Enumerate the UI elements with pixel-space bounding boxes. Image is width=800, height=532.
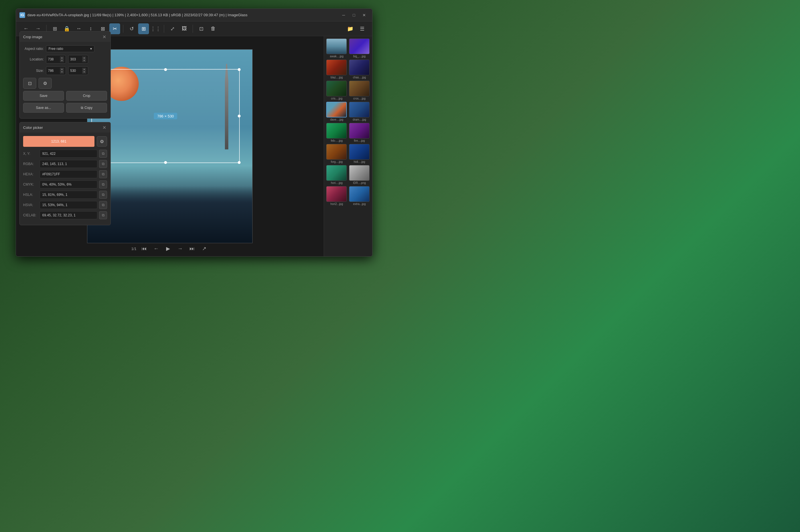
thumb-row-1: awak....jpg big_....jpg <box>326 38 370 58</box>
location-x-up[interactable]: ▲ <box>60 56 64 59</box>
left-panels-container: Crop image ✕ Aspect ratio: Free ratio ▾ … <box>19 31 111 225</box>
crop-image-panel: Crop image ✕ Aspect ratio: Free ratio ▾ … <box>19 31 111 119</box>
thumb-row-4: dave....jpg dram....jpg <box>326 102 370 121</box>
color-picker-close-button[interactable]: ✕ <box>101 125 107 130</box>
copy-cielab-button[interactable]: ⧉ <box>99 211 107 219</box>
select-region-button[interactable]: ⊡ <box>23 78 36 89</box>
copy-rgba-button[interactable]: ⧉ <box>99 160 107 168</box>
menu-button[interactable]: ☰ <box>357 23 368 34</box>
thumbnail-label-dave: dave....jpg <box>326 118 347 121</box>
size-h-up[interactable]: ▲ <box>82 68 86 71</box>
crop-handle-mr[interactable] <box>238 115 241 117</box>
aspect-ratio-select[interactable]: Free ratio ▾ <box>46 45 94 52</box>
color-preview-bar: 1213, 681 <box>23 136 94 147</box>
thumbnail-item-extra[interactable]: extra...jpg <box>349 186 370 206</box>
thumbnail-item-feb[interactable]: feb-....jpg <box>326 123 347 142</box>
save-button[interactable]: Save <box>23 91 64 101</box>
slideshow-button[interactable]: 🖼 <box>179 23 190 34</box>
edit-button[interactable]: ⊡ <box>196 23 207 34</box>
maximize-button[interactable]: □ <box>349 11 359 19</box>
crop-handle-bm[interactable] <box>164 161 167 164</box>
bottom-navigation: 1/1 ⏮ ← ▶ → ⏭ ↗ <box>131 244 208 253</box>
fullscreen-button[interactable]: ⤢ <box>167 23 178 34</box>
first-page-button[interactable]: ⏮ <box>140 244 148 253</box>
thumbnail-label-idr: IDR....png <box>349 181 370 185</box>
save-crop-row: Save Crop <box>23 91 107 101</box>
copy-xy-button[interactable]: ⧉ <box>99 150 107 158</box>
crop-panel-close-button[interactable]: ✕ <box>101 34 107 40</box>
thumbnail-label-forg: forg....jpg <box>326 160 347 163</box>
thumbnail-item-hori[interactable]: hori....jpg <box>326 165 347 185</box>
crop-handle-tm[interactable] <box>164 68 167 71</box>
location-x-input[interactable]: 738 ▲ ▼ <box>46 55 66 63</box>
thumbnail-item-big[interactable]: big_....jpg <box>349 38 370 58</box>
thumbnail-item-hidi[interactable]: hidi....jpg <box>349 144 370 163</box>
thumbnail-item-cros[interactable]: cros....jpg <box>349 81 370 100</box>
titlebar: IG dave-xu-KHVwR0vTA-A-unsplash.jpg | 11… <box>16 9 372 21</box>
page-indicator: 1/1 <box>131 247 137 251</box>
crop-button[interactable]: Crop <box>66 91 107 101</box>
crop-handle-tr[interactable] <box>238 68 241 71</box>
location-y-up[interactable]: ▲ <box>82 56 86 59</box>
thumbnail-item-dave[interactable]: dave....jpg <box>326 102 347 121</box>
thumbnail-item-awak[interactable]: awak....jpg <box>326 38 347 58</box>
thumbnail-item-chas[interactable]: chas....jpg <box>349 60 370 79</box>
crop-panel-header: Crop image ✕ <box>20 32 110 42</box>
copy-crop-button[interactable]: ⧉ Copy <box>66 103 107 113</box>
chevron-down-icon: ▾ <box>90 47 92 51</box>
crop-icon-buttons: ⊡ ⚙ <box>23 78 107 89</box>
copy-hsla-button[interactable]: ⧉ <box>99 191 107 199</box>
thumbnail-item-fire[interactable]: fire....jpg <box>349 123 370 142</box>
grid-button[interactable]: ⋮⋮ <box>150 23 161 34</box>
size-h-down[interactable]: ▼ <box>82 71 86 74</box>
color-picker-panel-header: Color picker ✕ <box>20 122 110 133</box>
thumbnail-item-hori2[interactable]: hori2...jpg <box>326 186 347 206</box>
thumbnail-image-feb <box>326 123 347 138</box>
cmyk-row: CMYK: 0%, 40%, 53%, 6% ⧉ <box>23 180 107 188</box>
rgba-label: RGBA: <box>23 162 38 166</box>
size-w-up[interactable]: ▲ <box>60 68 64 71</box>
location-row: Location: 738 ▲ ▼ 303 ▲ ▼ <box>23 55 107 63</box>
thumbnail-item-idr[interactable]: IDR....png <box>349 165 370 185</box>
thumbnail-label-chas: chas....jpg <box>349 76 370 79</box>
location-y-input[interactable]: 303 ▲ ▼ <box>68 55 88 63</box>
thumb-row-8: hori2...jpg extra...jpg <box>326 186 370 206</box>
crop-tool-button[interactable]: ✂ <box>109 23 120 34</box>
copy-hexa-button[interactable]: ⧉ <box>99 170 107 178</box>
crop-selection-overlay[interactable]: 786 × 530 <box>91 69 240 163</box>
copy-cmyk-button[interactable]: ⧉ <box>99 180 107 188</box>
location-x-down[interactable]: ▼ <box>60 59 64 62</box>
thumbnail-button[interactable]: ⊞ <box>138 23 149 34</box>
rotate-button[interactable]: ↺ <box>126 23 137 34</box>
last-page-button[interactable]: ⏭ <box>188 244 196 253</box>
prev-page-button[interactable]: ← <box>152 244 160 253</box>
settings-crop-button[interactable]: ⚙ <box>38 78 52 89</box>
minimize-button[interactable]: ─ <box>339 11 348 19</box>
thumb-row-2: blaz....jpg chas....jpg <box>326 60 370 79</box>
color-picker-settings-button[interactable]: ⚙ <box>97 136 107 147</box>
thumbnail-label-extra: extra...jpg <box>349 203 370 206</box>
thumbnail-item-blaz[interactable]: blaz....jpg <box>326 60 347 79</box>
copy-hsva-button[interactable]: ⧉ <box>99 201 107 209</box>
color-picker-panel: Color picker ✕ 1213, 681 ⚙ X, Y: 921, 42… <box>19 122 111 225</box>
size-h-input[interactable]: 530 ▲ ▼ <box>68 66 88 75</box>
thumbnail-image-fire <box>349 123 369 138</box>
location-y-down[interactable]: ▼ <box>82 59 86 62</box>
next-page-button[interactable]: → <box>176 244 184 253</box>
cielab-value: 69.45, 32.72, 32.23, 1 <box>40 211 97 219</box>
thumbnail-item-cris[interactable]: cris....jpg <box>326 81 347 100</box>
export-button[interactable]: ↗ <box>200 244 208 253</box>
thumbnail-item-dram[interactable]: dram....jpg <box>349 102 370 121</box>
hsla-label: HSLA: <box>23 193 38 197</box>
size-w-input[interactable]: 786 ▲ ▼ <box>46 66 66 75</box>
play-button[interactable]: ▶ <box>164 244 172 253</box>
size-w-down[interactable]: ▼ <box>60 71 64 74</box>
thumbnail-item-forg[interactable]: forg....jpg <box>326 144 347 163</box>
open-folder-button[interactable]: 📁 <box>345 23 356 34</box>
hexa-label: HEXA: <box>23 172 38 176</box>
delete-button[interactable]: 🗑 <box>208 23 219 34</box>
crop-handle-br[interactable] <box>238 161 241 164</box>
close-button[interactable]: ✕ <box>360 11 369 19</box>
save-as-button[interactable]: Save as... <box>23 103 64 113</box>
color-picker-panel-title: Color picker <box>23 126 43 130</box>
